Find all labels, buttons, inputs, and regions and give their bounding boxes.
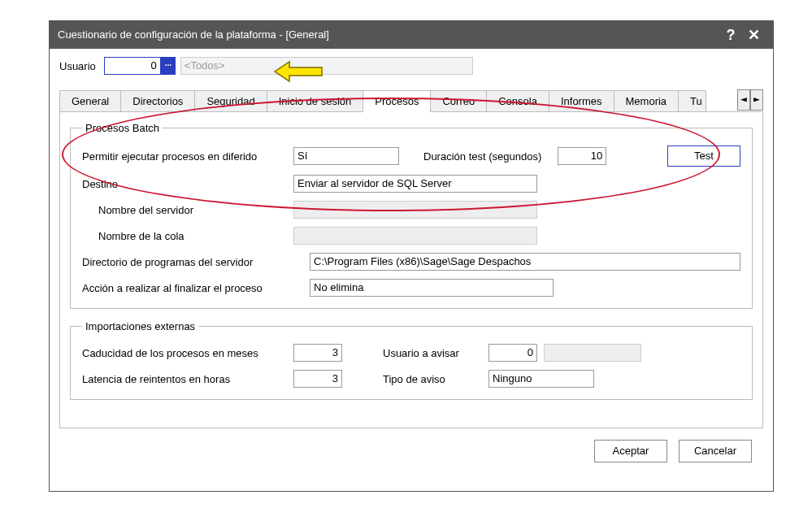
queue-name-input[interactable] bbox=[293, 227, 537, 245]
destino-select[interactable]: Enviar al servidor de SQL Server bbox=[293, 175, 537, 193]
alert-type-select[interactable]: Ninguno bbox=[489, 370, 594, 388]
server-progdir-input[interactable]: C:\Program Files (x86)\Sage\Sage Despach… bbox=[310, 253, 740, 271]
user-lookup-button[interactable]: ··· bbox=[161, 57, 176, 75]
tab-directorios[interactable]: Directorios bbox=[120, 90, 195, 112]
fieldset-importaciones-externas: Importaciones externas Caducidad de los … bbox=[70, 320, 753, 400]
server-progdir-label: Directorio de programas del servidor bbox=[82, 256, 310, 268]
duration-test-label: Duración test (segundos) bbox=[423, 150, 541, 163]
tab-seguridad[interactable]: Seguridad bbox=[194, 90, 267, 112]
expiry-months-input[interactable]: 3 bbox=[293, 344, 342, 362]
tab-scroll-left[interactable]: ◄ bbox=[737, 89, 750, 111]
notify-user-label: Usuario a avisar bbox=[383, 347, 489, 359]
retry-latency-input[interactable]: 3 bbox=[293, 370, 342, 388]
tab-memoria[interactable]: Memoria bbox=[614, 90, 680, 112]
user-id-input[interactable]: 0 bbox=[104, 57, 161, 75]
alert-type-label: Tipo de aviso bbox=[383, 373, 489, 385]
notify-user-name-field[interactable] bbox=[544, 344, 641, 362]
tab-informes[interactable]: Informes bbox=[549, 90, 614, 112]
tab-truncated[interactable]: Tu bbox=[678, 90, 706, 112]
tab-procesos[interactable]: Procesos bbox=[363, 90, 431, 112]
cancel-button[interactable]: Cancelar bbox=[679, 440, 752, 462]
server-name-label: Nombre del servidor bbox=[82, 204, 293, 216]
expiry-months-label: Caducidad de los procesos en meses bbox=[82, 347, 293, 359]
fieldset-procesos-batch: Procesos Batch Permitir ejecutar proceso… bbox=[70, 122, 753, 309]
permit-deferred-select[interactable]: Sí bbox=[293, 147, 399, 165]
server-name-input[interactable] bbox=[293, 201, 537, 219]
titlebar: Cuestionario de configuración de la plat… bbox=[50, 21, 773, 49]
queue-name-label: Nombre de la cola bbox=[82, 230, 293, 242]
notify-user-input[interactable]: 0 bbox=[489, 344, 537, 362]
retry-latency-label: Latencia de reintentos en horas bbox=[82, 373, 293, 385]
destino-label: Destino bbox=[82, 178, 293, 190]
test-button[interactable]: Test bbox=[667, 145, 740, 167]
close-button[interactable]: ✕ bbox=[742, 21, 765, 49]
help-button[interactable]: ? bbox=[719, 21, 742, 49]
legend-importaciones-externas: Importaciones externas bbox=[82, 320, 198, 332]
tab-scroll-right[interactable]: ► bbox=[750, 89, 763, 111]
finish-action-label: Acción a realizar al finalizar el proces… bbox=[82, 282, 310, 294]
permit-deferred-label: Permitir ejecutar procesos en diferido bbox=[82, 150, 293, 163]
tab-inicio-sesion[interactable]: Inicio de sesión bbox=[267, 90, 364, 112]
tab-consola[interactable]: Consola bbox=[486, 90, 549, 112]
tabstrip: General Directorios Seguridad Inicio de … bbox=[59, 89, 763, 112]
tab-general[interactable]: General bbox=[59, 90, 121, 112]
dialog-window: Cuestionario de configuración de la plat… bbox=[49, 20, 774, 492]
tab-correo[interactable]: Correo bbox=[430, 90, 487, 112]
user-name-field[interactable]: <Todos> bbox=[180, 57, 473, 75]
legend-procesos-batch: Procesos Batch bbox=[82, 122, 163, 134]
finish-action-select[interactable]: No elimina bbox=[310, 279, 554, 297]
user-label: Usuario bbox=[59, 60, 96, 72]
tab-panel-procesos: Procesos Batch Permitir ejecutar proceso… bbox=[59, 112, 763, 428]
window-title: Cuestionario de configuración de la plat… bbox=[58, 21, 719, 49]
ok-button[interactable]: Aceptar bbox=[594, 440, 667, 462]
duration-test-input[interactable]: 10 bbox=[558, 147, 606, 165]
